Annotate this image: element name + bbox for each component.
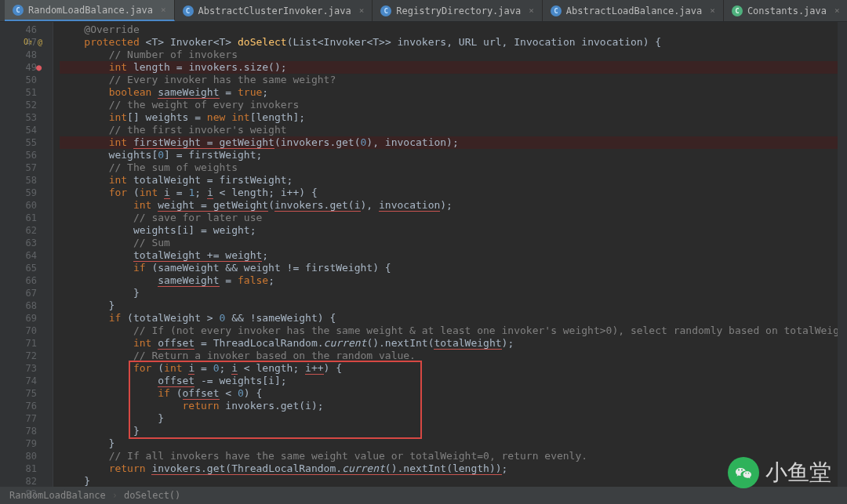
tab-randomloadbalance-java[interactable]: CRandomLoadBalance.java× [5,0,175,21]
line-number[interactable]: 61 [0,212,53,224]
line-number[interactable]: 72 [0,350,53,362]
line-number[interactable]: 60 [0,199,53,212]
code-line-81[interactable]: return invokers.get(ThreadLocalRandom.cu… [60,462,838,475]
code-line-71[interactable]: int offset = ThreadLocalRandom.current()… [60,337,838,350]
line-number[interactable]: 80 [0,450,53,462]
line-number[interactable]: 83 [0,488,53,500]
code-line-80[interactable]: // If all invokers have the same weight … [60,450,838,462]
code-line-70[interactable]: // If (not every invoker has the same we… [60,325,838,337]
line-number[interactable]: 55 [0,136,53,149]
line-number[interactable]: 66 [0,274,53,287]
code-line-50[interactable]: // Every invoker has the same weight? [60,74,838,86]
line-number[interactable]: 67 [0,287,53,299]
code-line-68[interactable]: } [60,299,838,312]
code-view[interactable]: @Override protected <T> Invoker<T> doSel… [53,22,838,487]
tab-abstractclusterinvoker-java[interactable]: CAbstractClusterInvoker.java× [175,0,373,21]
code-line-63[interactable]: // Sum [60,237,838,249]
code-line-75[interactable]: if (offset < 0) { [60,387,838,400]
line-number[interactable]: 70 [0,325,53,337]
code-line-53[interactable]: int[] weights = new int[length]; [60,111,838,124]
line-number[interactable]: 50 [0,74,53,86]
code-line-60[interactable]: int weight = getWeight(invokers.get(i), … [60,199,838,212]
code-line-55[interactable]: int firstWeight = getWeight(invokers.get… [60,136,838,149]
line-number[interactable]: 82 [0,475,53,488]
code-line-77[interactable]: } [60,412,838,425]
code-line-66[interactable]: sameWeight = false; [60,274,838,287]
line-number[interactable]: 51 [0,86,53,99]
line-number[interactable]: 65 [0,262,53,274]
close-icon[interactable]: × [834,5,840,16]
code-line-65[interactable]: if (sameWeight && weight != firstWeight)… [60,262,838,274]
code-line-67[interactable]: } [60,287,838,299]
line-number[interactable]: 48 [0,49,53,61]
gutter[interactable]: 4647O↑ @4849●505152535455565758596061626… [0,22,53,487]
java-file-icon: C [183,5,194,16]
tab-abstractloadbalance-java[interactable]: CAbstractLoadBalance.java× [543,0,724,21]
code-line-56[interactable]: weights[0] = firstWeight; [60,149,838,161]
scroll-map[interactable] [838,22,847,487]
code-line-46[interactable]: @Override [60,24,838,36]
code-line-72[interactable]: // Return a invoker based on the random … [60,350,838,362]
line-number[interactable]: 79 [0,437,53,450]
code-line-73[interactable]: for (int i = 0; i < length; i++) { [60,362,838,375]
code-line-58[interactable]: int totalWeight = firstWeight; [60,174,838,187]
code-line-69[interactable]: if (totalWeight > 0 && !sameWeight) { [60,312,838,325]
close-icon[interactable]: × [710,5,715,16]
breadcrumb-bar[interactable]: RandomLoadBalance › doSelect() [0,487,847,504]
line-number[interactable]: 58 [0,174,53,187]
tab-label: Constants.java [747,5,827,16]
line-number[interactable]: 56 [0,149,53,161]
tab-label: RegistryDirectory.java [396,5,521,16]
code-line-51[interactable]: boolean sameWeight = true; [60,86,838,99]
java-file-icon: C [732,5,743,16]
tab-label: RandomLoadBalance.java [28,5,153,16]
close-icon[interactable]: × [161,5,166,15]
line-number[interactable]: 49● [0,61,53,74]
line-number[interactable]: 46 [0,24,53,36]
code-line-78[interactable]: } [60,425,838,437]
code-line-47[interactable]: protected <T> Invoker<T> doSelect(List<I… [60,36,838,49]
code-line-48[interactable]: // Number of invokers [60,49,838,61]
line-number[interactable]: 52 [0,99,53,111]
breakpoint-icon[interactable]: ● [36,61,42,74]
code-line-79[interactable]: } [60,437,838,450]
editor-area: 4647O↑ @4849●505152535455565758596061626… [0,22,847,487]
close-icon[interactable]: × [529,5,534,16]
code-line-74[interactable]: offset -= weights[i]; [60,375,838,387]
line-number[interactable]: 54 [0,124,53,136]
line-number[interactable]: 68 [0,299,53,312]
line-number[interactable]: 74 [0,375,53,387]
code-line-54[interactable]: // the first invoker's weight [60,124,838,136]
line-number[interactable]: 75 [0,387,53,400]
code-line-64[interactable]: totalWeight += weight; [60,249,838,262]
line-number[interactable]: 77 [0,412,53,425]
line-number[interactable]: 69 [0,312,53,325]
line-number[interactable]: 81 [0,462,53,475]
line-number[interactable]: 71 [0,337,53,350]
code-line-82[interactable]: } [60,475,838,487]
line-number[interactable]: 57 [0,161,53,174]
override-gutter-icon[interactable]: O↑ @ [24,36,42,49]
line-number[interactable]: 63 [0,237,53,249]
code-line-52[interactable]: // the weight of every invokers [60,99,838,111]
code-line-61[interactable]: // save for later use [60,212,838,224]
close-icon[interactable]: × [359,5,365,16]
code-line-49[interactable]: int length = invokers.size(); [60,61,838,74]
code-line-76[interactable]: return invokers.get(i); [60,400,838,412]
code-line-57[interactable]: // The sum of weights [60,161,838,174]
tab-constants-java[interactable]: CConstants.java× [724,0,847,21]
breadcrumb-method[interactable]: doSelect() [124,490,180,501]
line-number[interactable]: 53 [0,111,53,124]
line-number[interactable]: 62 [0,224,53,237]
line-number[interactable]: 59 [0,187,53,199]
code-line-62[interactable]: weights[i] = weight; [60,224,838,237]
line-number[interactable]: 76 [0,400,53,412]
java-file-icon: C [380,5,391,16]
tab-label: AbstractLoadBalance.java [566,5,702,16]
tab-registrydirectory-java[interactable]: CRegistryDirectory.java× [373,0,543,21]
line-number[interactable]: 73 [0,362,53,375]
line-number[interactable]: 78 [0,425,53,437]
line-number[interactable]: 47O↑ @ [0,36,53,49]
code-line-59[interactable]: for (int i = 1; i < length; i++) { [60,187,838,199]
line-number[interactable]: 64 [0,249,53,262]
